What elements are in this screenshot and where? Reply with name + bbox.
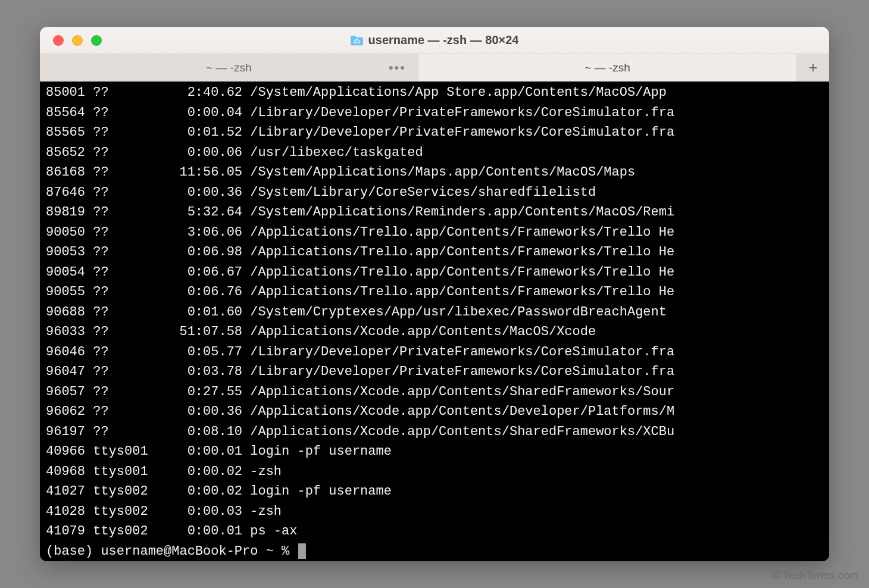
plus-icon: + bbox=[808, 58, 817, 77]
tab-0[interactable]: ~ — -zsh ••• bbox=[40, 54, 418, 81]
shell-prompt[interactable]: (base) username@MacBook-Pro ~ % bbox=[46, 544, 297, 559]
close-button[interactable] bbox=[53, 35, 64, 46]
minimize-button[interactable] bbox=[72, 35, 83, 46]
new-tab-button[interactable]: + bbox=[797, 54, 829, 81]
window-controls bbox=[40, 35, 102, 46]
tab-1[interactable]: ~ — -zsh bbox=[418, 54, 797, 81]
watermark: © TechTerms.com bbox=[773, 570, 858, 582]
tab-bar: ~ — -zsh ••• ~ — -zsh + bbox=[40, 54, 829, 82]
terminal-output[interactable]: 85001 ?? 2:40.62 /System/Applications/Ap… bbox=[40, 82, 829, 561]
titlebar: username — -zsh — 80×24 bbox=[40, 27, 829, 54]
window-title-text: username — -zsh — 80×24 bbox=[368, 33, 519, 47]
home-folder-icon bbox=[351, 35, 364, 46]
tab-label: ~ — -zsh bbox=[584, 61, 630, 74]
cursor bbox=[298, 543, 306, 559]
fullscreen-button[interactable] bbox=[91, 35, 102, 46]
terminal-window: username — -zsh — 80×24 ~ — -zsh ••• ~ —… bbox=[40, 27, 829, 561]
window-title: username — -zsh — 80×24 bbox=[351, 33, 519, 47]
tab-label: ~ — -zsh bbox=[206, 61, 252, 74]
